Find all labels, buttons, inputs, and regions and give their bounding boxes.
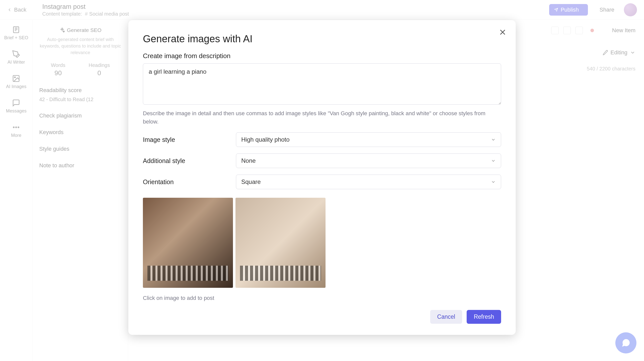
additional-style-label: Additional style [143,157,236,165]
orientation-label: Orientation [143,178,236,186]
close-icon [498,28,507,37]
generate-images-modal: Generate images with AI Create image fro… [128,20,516,335]
description-help: Describe the image in detail and then us… [143,109,501,126]
cancel-button[interactable]: Cancel [430,310,462,324]
chevron-down-icon [491,158,496,163]
image-style-label: Image style [143,136,236,143]
image-style-row: Image style High quality photo [143,132,501,147]
orientation-value: Square [241,178,261,185]
refresh-button[interactable]: Refresh [467,310,501,324]
orientation-select[interactable]: Square [236,175,501,189]
image-style-value: High quality photo [241,136,290,143]
orientation-row: Orientation Square [143,175,501,189]
generated-image-2[interactable] [235,198,326,288]
description-label: Create image from description [143,52,501,60]
description-input[interactable] [143,63,501,105]
generated-image-1[interactable] [143,198,233,288]
chevron-down-icon [491,137,496,142]
close-button[interactable] [498,28,507,37]
image-style-select[interactable]: High quality photo [236,132,501,147]
additional-style-value: None [241,157,256,164]
additional-style-row: Additional style None [143,153,501,168]
modal-title: Generate images with AI [143,33,501,45]
thumbs-caption: Click on image to add to post [143,295,501,301]
generated-thumbs [143,198,501,288]
chevron-down-icon [491,179,496,184]
additional-style-select[interactable]: None [236,153,501,168]
modal-actions: Cancel Refresh [143,310,501,324]
